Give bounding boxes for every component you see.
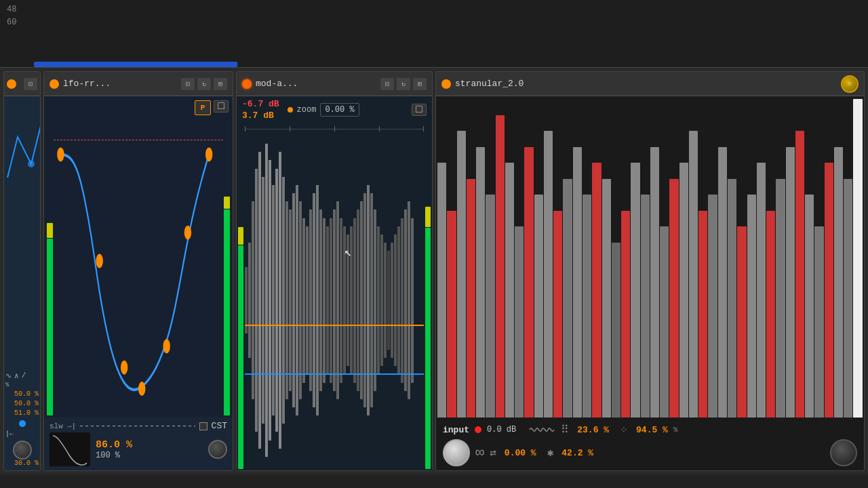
panel3-header: mod-a... ⊡ ↻ ⊞ — [237, 72, 432, 96]
panel3-save-icon[interactable]: ⊞ — [413, 78, 427, 90]
panel3-db-main: -6.7 dB — [242, 99, 279, 109]
panel2-lfo-curve — [54, 126, 223, 410]
panel3-zoom-dot — [288, 107, 293, 113]
panel3-body: -6.7 dB 3.7 dB zoom 0.00 % □ — [237, 96, 432, 470]
panel3-header-info: -6.7 dB 3.7 dB zoom 0.00 % □ — [237, 96, 432, 123]
input-label: input — [443, 425, 469, 435]
grain-bars — [436, 96, 864, 420]
svg-point-7 — [205, 147, 212, 161]
asterisk-icon[interactable]: ✱ — [547, 446, 554, 460]
panel4-row2: ∞ ⇄ 0.00 % ✱ 42.2 % — [436, 438, 864, 470]
ruler-number-60: 60 — [7, 16, 16, 29]
arrows-icon[interactable]: ⇄ — [490, 446, 496, 460]
cst-label: CST — [212, 421, 227, 431]
scatter-icon[interactable]: ⁘ — [620, 424, 628, 436]
svg-point-0 — [28, 161, 35, 167]
panel4-body: input 0.0 dB ⠿ 23.6 % ⁘ 94.5 % % — [436, 96, 864, 470]
svg-point-1 — [57, 147, 64, 161]
ruler-numbers: 48 60 — [7, 3, 16, 29]
panel2-header: lfo-rr... ⊡ ↻ ⊞ — [44, 72, 233, 96]
panel3-zoom-label: zoom — [297, 105, 317, 115]
partial-body: ∿∧/ % 50.0 % 50.0 % 51.0 % |← — [4, 96, 40, 470]
panel4-percent-sign: % — [673, 426, 678, 434]
partial-panel-header: ⊡ — [4, 72, 40, 96]
plugin-rack: ⊡ ∿∧/ % 50.0 % 50.0 % 51.0 % — [0, 68, 868, 474]
panel3-graph[interactable]: ↖ — [237, 123, 432, 470]
panel2-pin-icon[interactable]: ⊡ — [181, 78, 195, 90]
panel3-db-secondary: 3.7 dB — [242, 110, 279, 121]
panel2-meter-left — [47, 119, 53, 417]
p-button[interactable]: P — [195, 100, 211, 115]
p1-bottom-value: 30.0 % — [5, 460, 39, 467]
partial-header-icons: ⊡ — [24, 78, 37, 90]
panel3-header-icons: ⊡ ↻ ⊞ — [380, 78, 427, 90]
panel4-grain-display[interactable] — [436, 96, 864, 420]
p1-wave-icons: ∿∧/ — [5, 370, 39, 382]
panel3-orange-line — [245, 325, 424, 326]
panel4-status-dot[interactable] — [441, 79, 451, 89]
svg-point-2 — [96, 254, 103, 268]
panel2-save-icon[interactable]: ⊞ — [214, 78, 227, 90]
ruler-blue-bar — [34, 62, 237, 67]
panel3-pin-icon[interactable]: ⊡ — [380, 78, 394, 90]
panel2-curve-small — [50, 432, 90, 466]
panel4-val4: 42.2 % — [561, 448, 593, 458]
input-status-dot — [475, 426, 481, 433]
partial-panel: ⊡ ∿∧/ % 50.0 % 50.0 % 51.0 % — [3, 71, 41, 471]
p1-knob[interactable] — [13, 441, 32, 460]
panel2-graph[interactable] — [44, 119, 233, 417]
ruler-number-48: 48 — [7, 3, 16, 16]
partial-graph-svg — [4, 103, 40, 184]
panel4-val3: 0.00 % — [505, 448, 536, 458]
panel2-status-dot[interactable] — [50, 79, 59, 89]
panel4-header: stranular_2.0 ⊡ — [436, 72, 864, 96]
panel3-refresh-icon[interactable]: ↻ — [397, 78, 410, 90]
partial-pin-icon[interactable]: ⊡ — [24, 78, 37, 90]
panel-mod-a: mod-a... ⊡ ↻ ⊞ -6.7 dB 3.7 dB zoom 0.00 … — [236, 71, 433, 471]
panel4-white-knob[interactable] — [443, 439, 470, 466]
input-db: 0.0 dB — [487, 425, 516, 434]
panel3-blue-line — [245, 373, 424, 375]
panel2-title: lfo-rr... — [63, 79, 177, 89]
panel3-bars — [245, 136, 424, 465]
panel2-top-controls: P □ — [44, 96, 233, 119]
panel-stranular: stranular_2.0 ⊡ — [435, 71, 865, 471]
partial-status-dot[interactable] — [7, 79, 16, 89]
top-ruler: 48 60 — [0, 0, 868, 68]
panel2-refresh-icon[interactable]: ↻ — [197, 78, 211, 90]
panel2-meter-right — [224, 119, 230, 417]
p1-play-dot — [19, 420, 26, 427]
panel3-meter-r — [425, 123, 431, 470]
panel4-dark-knob[interactable] — [830, 439, 857, 466]
panel4-row1: input 0.0 dB ⠿ 23.6 % ⁘ 94.5 % % — [436, 420, 864, 438]
panel2-percent2: 100 % — [96, 451, 132, 460]
panel4-header-icons: ⊡ — [841, 75, 859, 93]
svg-point-3 — [121, 361, 127, 375]
svg-point-5 — [163, 339, 170, 353]
slw-slider-thumb[interactable] — [199, 422, 208, 430]
infinity-icon[interactable]: ∞ — [475, 445, 484, 462]
svg-point-6 — [184, 226, 191, 240]
panel2-header-icons: ⊡ ↻ ⊞ — [181, 78, 227, 90]
panel-lfo-rr: lfo-rr... ⊡ ↻ ⊞ P □ — [43, 71, 233, 471]
panel3-title: mod-a... — [256, 79, 376, 89]
panel4-gold-icon[interactable]: ⊡ — [841, 75, 859, 93]
panel3-meter-l — [238, 123, 243, 470]
slw-arrow: →| — [67, 422, 76, 430]
panel4-title: stranular_2.0 — [455, 79, 837, 89]
panel4-val1: 23.6 % — [577, 425, 609, 435]
slw-label: slw — [50, 422, 63, 430]
panel2-knob[interactable] — [208, 440, 227, 459]
max-btn-2[interactable]: □ — [214, 100, 229, 113]
bottom-area — [0, 474, 868, 488]
wave-cluster[interactable] — [528, 423, 555, 436]
panel3-max-btn[interactable]: □ — [412, 104, 427, 116]
nodes-icon[interactable]: ⠿ — [561, 423, 569, 436]
svg-point-4 — [138, 382, 145, 396]
panel2-bottom: slw →| CST 86.0 % 100 % — [44, 417, 233, 470]
panel2-body: P □ — [44, 96, 233, 470]
panel3-zoom-value[interactable]: 0.00 % — [320, 103, 359, 117]
panel2-percent1: 86.0 % — [96, 439, 132, 451]
panel3-status-dot[interactable] — [242, 79, 252, 89]
panel4-val2: 94.5 % — [636, 425, 668, 435]
